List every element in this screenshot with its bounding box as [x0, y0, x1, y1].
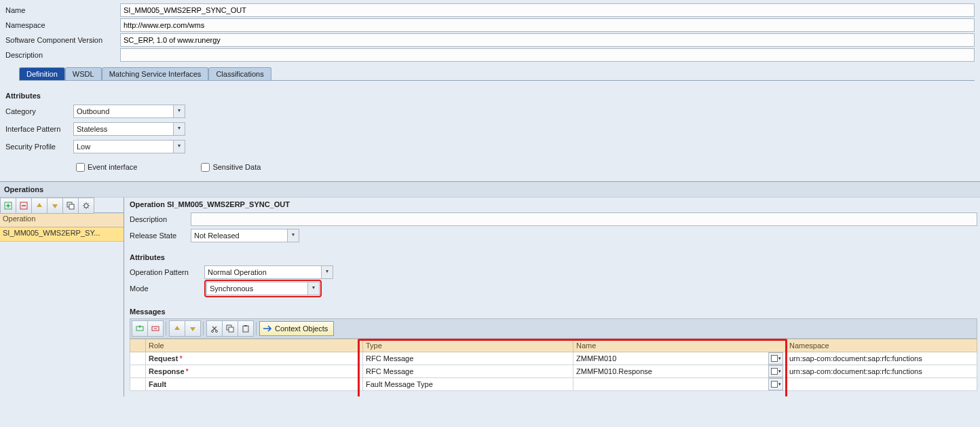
svg-rect-11	[243, 326, 248, 332]
namespace-cell[interactable]: urn:sap-com:document:sap:rfc:functions	[787, 365, 977, 378]
context-objects-label: Context Objects	[275, 324, 328, 333]
operation-column-header: Operation	[0, 213, 124, 227]
row-selector[interactable]	[130, 378, 146, 391]
event-interface-input[interactable]	[76, 163, 85, 172]
tab-classifications[interactable]: Classifications	[208, 67, 271, 80]
row-selector-header	[130, 339, 146, 352]
operation-pattern-select[interactable]: Normal Operation ▾	[204, 265, 333, 279]
type-cell[interactable]: RFC Message	[363, 352, 573, 365]
mode-label: Mode	[130, 284, 204, 293]
value-help-button[interactable]: ▾	[768, 365, 783, 377]
dropdown-icon: ▾	[307, 282, 319, 295]
svg-rect-10	[229, 327, 233, 332]
operation-pattern-label: Operation Pattern	[130, 268, 204, 276]
operation-list-item[interactable]: SI_MM005_WMS2ERP_SY...	[0, 227, 124, 242]
dropdown-icon: ▾	[321, 266, 333, 278]
row-selector[interactable]	[130, 365, 146, 378]
operation-title: Operation SI_MM005_WMS2ERP_SYNC_OUT	[130, 200, 977, 208]
namespace-label: Namespace	[5, 21, 120, 29]
move-up-button[interactable]	[31, 198, 48, 214]
category-select[interactable]: Outbound ▾	[73, 105, 185, 118]
scv-label: Software Component Version	[5, 36, 120, 44]
col-namespace[interactable]: Namespace	[787, 339, 977, 352]
role-cell: Response*	[146, 365, 363, 378]
release-state-select[interactable]: Not Released ▾	[191, 229, 299, 242]
name-cell[interactable]: ▾	[573, 378, 787, 391]
name-input[interactable]	[120, 3, 975, 17]
name-cell[interactable]: ZMMFM010▾	[573, 352, 787, 365]
namespace-cell[interactable]	[787, 378, 977, 391]
insert-row-button[interactable]	[0, 198, 16, 214]
scv-input[interactable]	[120, 33, 975, 47]
event-interface-checkbox[interactable]: Event interface	[73, 161, 137, 174]
dropdown-icon: ▾	[173, 141, 185, 153]
type-cell[interactable]: Fault Message Type	[363, 378, 573, 391]
operations-bar: Operations	[0, 181, 980, 198]
tab-matching-service-interfaces[interactable]: Matching Service Interfaces	[102, 67, 209, 80]
mode-highlight: Synchronous ▾	[204, 280, 322, 297]
table-row[interactable]: Request*RFC MessageZMMFM010▾urn:sap-com:…	[130, 352, 977, 365]
row-selector[interactable]	[130, 352, 146, 365]
msg-cut-button[interactable]	[206, 320, 223, 337]
interface-pattern-label: Interface Pattern	[5, 125, 73, 133]
value-help-button[interactable]: ▾	[768, 352, 783, 365]
category-label: Category	[5, 107, 73, 115]
col-type[interactable]: Type	[363, 339, 573, 352]
security-profile-value: Low	[74, 143, 173, 151]
msg-move-down-button[interactable]	[185, 320, 201, 337]
attributes-title: Attributes	[5, 92, 975, 100]
table-row[interactable]: FaultFault Message Type▾	[130, 378, 977, 391]
release-state-label: Release State	[130, 231, 191, 240]
msg-delete-button[interactable]	[147, 320, 164, 337]
event-interface-label: Event interface	[88, 163, 137, 171]
namespace-cell[interactable]: urn:sap-com:document:sap:rfc:functions	[787, 352, 977, 365]
msg-paste-button[interactable]	[238, 320, 254, 337]
sensitive-data-checkbox[interactable]: Sensitive Data	[198, 161, 261, 174]
tab-definition[interactable]: Definition	[19, 67, 65, 80]
security-profile-label: Security Profile	[5, 143, 73, 151]
interface-pattern-select[interactable]: Stateless ▾	[73, 122, 185, 136]
operation-pattern-value: Normal Operation	[205, 268, 321, 276]
description-label: Description	[5, 51, 120, 59]
messages-title: Messages	[130, 308, 977, 316]
name-cell[interactable]: ZMMFM010.Response▾	[573, 365, 787, 378]
sensitive-data-label: Sensitive Data	[212, 163, 261, 171]
mode-select[interactable]: Synchronous ▾	[206, 282, 320, 295]
op-attributes-title: Attributes	[130, 253, 977, 261]
msg-insert-button[interactable]	[132, 320, 148, 337]
dropdown-icon: ▾	[173, 123, 185, 135]
mode-value: Synchronous	[207, 284, 307, 293]
messages-table: Role Type Name Namespace Request*RFC Mes…	[130, 339, 977, 391]
svg-rect-12	[244, 325, 247, 327]
operations-title: Operations	[4, 185, 43, 193]
col-role[interactable]: Role	[146, 339, 363, 352]
msg-move-up-button[interactable]	[169, 320, 185, 337]
copy-button[interactable]	[62, 198, 79, 214]
svg-point-8	[216, 331, 218, 333]
dropdown-icon: ▾	[287, 229, 299, 242]
move-down-button[interactable]	[47, 198, 63, 214]
op-description-input[interactable]	[191, 212, 977, 226]
value-help-button[interactable]: ▾	[768, 378, 783, 390]
col-name[interactable]: Name	[573, 339, 787, 352]
namespace-input[interactable]	[120, 18, 975, 32]
table-row[interactable]: Response*RFC MessageZMMFM010.Response▾ur…	[130, 365, 977, 378]
msg-copy-button[interactable]	[222, 320, 238, 337]
name-label: Name	[5, 6, 120, 14]
settings-button[interactable]	[78, 198, 94, 214]
security-profile-select[interactable]: Low ▾	[73, 140, 185, 153]
tab-wsdl[interactable]: WSDL	[65, 67, 102, 80]
svg-point-7	[212, 331, 214, 333]
sensitive-data-input[interactable]	[201, 163, 210, 172]
tab-strip: Definition WSDL Matching Service Interfa…	[19, 65, 975, 81]
type-cell[interactable]: RFC Message	[363, 365, 573, 378]
arrow-right-icon	[263, 324, 272, 333]
context-objects-button[interactable]: Context Objects	[259, 321, 334, 336]
delete-row-button[interactable]	[16, 198, 32, 214]
release-state-value: Not Released	[191, 231, 287, 240]
description-input[interactable]	[120, 48, 975, 62]
svg-rect-3	[69, 204, 74, 209]
category-value: Outbound	[74, 107, 173, 115]
role-cell: Request*	[146, 352, 363, 365]
interface-pattern-value: Stateless	[74, 125, 173, 133]
